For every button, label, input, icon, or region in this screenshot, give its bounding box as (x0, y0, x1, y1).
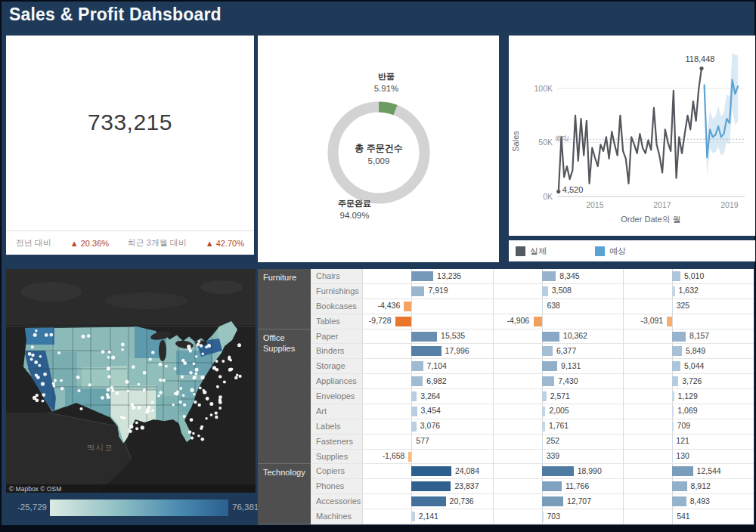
city-dot[interactable] (192, 432, 195, 435)
city-dot[interactable] (237, 343, 241, 347)
city-dot[interactable] (107, 375, 110, 378)
city-dot[interactable] (143, 371, 147, 375)
positive-bar[interactable] (542, 271, 556, 281)
positive-bar[interactable] (672, 376, 678, 386)
positive-bar[interactable] (542, 361, 557, 371)
city-dot[interactable] (193, 362, 196, 365)
city-dot[interactable] (163, 379, 166, 382)
positive-bar[interactable] (672, 481, 687, 491)
positive-bar[interactable] (411, 376, 423, 386)
positive-bar[interactable] (411, 466, 451, 476)
city-dot[interactable] (108, 351, 111, 354)
city-dot[interactable] (116, 391, 119, 394)
negative-bar[interactable] (408, 452, 411, 462)
subcategory-label[interactable]: Machines (311, 509, 363, 524)
positive-bar[interactable] (411, 286, 424, 296)
city-dot[interactable] (236, 373, 239, 376)
subcategory-label[interactable]: Envelopes (311, 389, 363, 404)
category-header[interactable]: Technology (258, 464, 311, 524)
city-dot[interactable] (228, 368, 232, 372)
positive-bar[interactable] (542, 286, 548, 296)
positive-bar[interactable] (411, 332, 437, 342)
city-dot[interactable] (151, 401, 154, 404)
city-dot[interactable] (45, 333, 48, 337)
city-dot[interactable] (147, 406, 150, 409)
city-dot[interactable] (195, 368, 199, 372)
color-gradient-bar[interactable] (50, 500, 228, 516)
city-dot[interactable] (33, 333, 37, 337)
city-dot[interactable] (80, 407, 83, 410)
city-dot[interactable] (106, 393, 109, 396)
city-dot[interactable] (189, 371, 192, 374)
positive-bar[interactable] (672, 271, 680, 281)
city-dot[interactable] (127, 390, 129, 392)
positive-bar[interactable] (411, 422, 417, 431)
positive-bar[interactable] (542, 437, 543, 447)
city-dot[interactable] (30, 357, 33, 360)
city-dot[interactable] (190, 388, 194, 392)
city-dot[interactable] (205, 417, 207, 419)
subcategory-label[interactable]: Bookcases (311, 299, 363, 314)
city-dot[interactable] (239, 375, 242, 378)
subcategory-label[interactable]: Furnishings (311, 284, 363, 298)
city-dot[interactable] (215, 411, 218, 414)
legend-item-actual[interactable]: 실제 (516, 246, 547, 257)
city-dot[interactable] (174, 392, 177, 395)
positive-bar[interactable] (411, 496, 446, 506)
city-dot[interactable] (31, 354, 34, 357)
city-dot[interactable] (101, 396, 104, 400)
positive-bar[interactable] (672, 407, 674, 416)
subcategory-label[interactable]: Appliances (311, 374, 363, 388)
city-dot[interactable] (41, 382, 45, 386)
city-dot[interactable] (191, 437, 194, 440)
city-dot[interactable] (151, 351, 154, 354)
city-dot[interactable] (165, 365, 168, 368)
city-dot[interactable] (218, 375, 222, 378)
city-dot[interactable] (200, 425, 203, 428)
city-dot[interactable] (200, 344, 203, 347)
positive-bar[interactable] (672, 332, 686, 342)
positive-bar[interactable] (542, 496, 563, 506)
city-dot[interactable] (157, 394, 160, 397)
city-dot[interactable] (143, 388, 146, 391)
city-dot[interactable] (34, 360, 38, 364)
city-dot[interactable] (129, 425, 133, 428)
city-dot[interactable] (107, 356, 110, 359)
positive-bar[interactable] (542, 407, 545, 416)
city-dot[interactable] (228, 357, 231, 361)
city-dot[interactable] (198, 404, 201, 407)
city-dot[interactable] (197, 435, 200, 438)
city-dot[interactable] (122, 416, 125, 419)
city-dot[interactable] (215, 360, 218, 363)
city-dot[interactable] (181, 359, 185, 363)
city-dot[interactable] (218, 407, 222, 410)
positive-bar[interactable] (672, 391, 674, 401)
city-dot[interactable] (107, 367, 110, 370)
city-dot[interactable] (179, 387, 182, 390)
subcategory-label[interactable]: Phones (311, 479, 363, 493)
positive-bar[interactable] (411, 391, 417, 401)
negative-bar[interactable] (534, 317, 542, 326)
city-dot[interactable] (223, 380, 226, 383)
subcategory-label[interactable]: Tables (311, 314, 363, 329)
subcategory-label[interactable]: Accessories (311, 494, 363, 509)
city-dot[interactable] (222, 360, 225, 363)
positive-bar[interactable] (672, 302, 673, 311)
city-dot[interactable] (107, 388, 110, 391)
subcategory-label[interactable]: Copiers (311, 464, 363, 478)
positive-bar[interactable] (672, 286, 675, 296)
city-dot[interactable] (202, 353, 205, 356)
city-dot[interactable] (33, 396, 36, 400)
subcategory-label[interactable]: Fasteners (311, 435, 363, 449)
city-dot[interactable] (200, 376, 204, 379)
city-dot[interactable] (216, 385, 219, 388)
city-dot[interactable] (121, 343, 125, 347)
first-point-marker[interactable] (556, 190, 560, 193)
positive-bar[interactable] (672, 466, 693, 476)
negative-bar[interactable] (395, 317, 411, 326)
subcategory-label[interactable]: Binders (311, 344, 363, 358)
city-dot[interactable] (135, 427, 138, 430)
city-dot[interactable] (43, 373, 47, 376)
city-dot[interactable] (215, 416, 218, 419)
category-header[interactable]: Furniture (258, 269, 311, 329)
